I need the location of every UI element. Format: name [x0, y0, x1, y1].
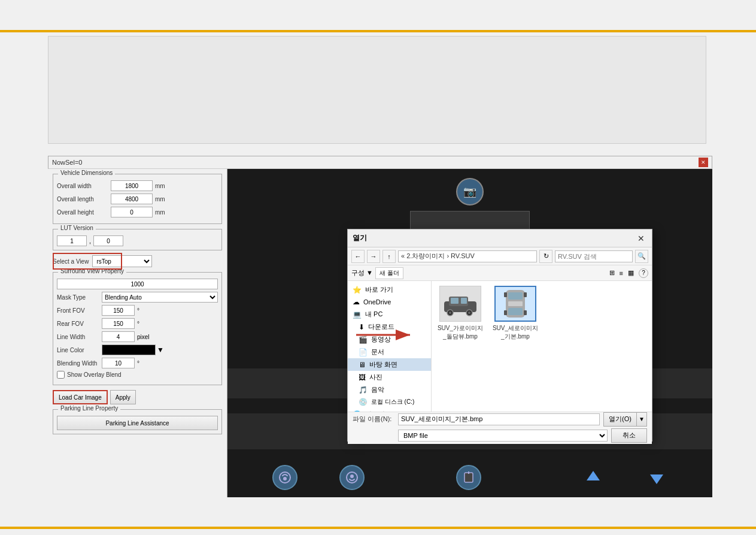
blending-width-input[interactable] [102, 358, 135, 368]
help-icon[interactable]: ? [639, 268, 648, 278]
dialog-body: ⭐바로 가기 ☁OneDrive 💻내 PC ⬇다운로드 🎬동영상 [348, 281, 652, 412]
dialog-title: 열기 [353, 233, 367, 243]
sidebar-favorites[interactable]: ⭐바로 가기 [348, 283, 431, 296]
sidebar-network[interactable]: 🌐네트워크 [348, 408, 431, 412]
file-label-suv-side: SUV_가로이미지_돌담뷰.bmp [436, 324, 484, 341]
sidebar-music[interactable]: 🎵음악 [348, 383, 431, 396]
show-overlay-label: Show Overlay Blend [67, 371, 122, 378]
line-width-label: Line Width [57, 334, 102, 340]
mask-type-select[interactable]: Blending Auto Manual [102, 292, 218, 303]
file-thumb-suv-side [439, 286, 481, 322]
dialog-close-button[interactable]: ✕ [635, 232, 647, 244]
sidebar-local-disk[interactable]: 💿로컬 디스크 (C:) [348, 396, 431, 408]
front-fov-input[interactable] [102, 305, 135, 316]
cancel-button[interactable]: 취소 [611, 428, 647, 443]
open-main-button[interactable]: 열기(O) [603, 412, 636, 427]
select-view-dropdown[interactable]: rsTop rsFront rsRear [92, 255, 152, 267]
arrow-down-button[interactable] [646, 467, 667, 488]
front-fov-unit: ° [137, 307, 139, 314]
surround-view-group: Surround View Property Mask Type Blendin… [53, 272, 222, 385]
parking-line-assistance-button[interactable]: Parking Line Assistance [57, 416, 218, 430]
color-dropdown-arrow[interactable]: ▼ [157, 346, 164, 354]
filename-input[interactable] [398, 413, 600, 425]
view-icons[interactable]: ⊞ [609, 269, 615, 277]
overall-length-input[interactable] [111, 194, 153, 204]
sidebar-desktop[interactable]: 🖥바탕 화면 [348, 358, 431, 371]
nav-back-button[interactable]: ← [351, 250, 365, 263]
new-folder-button[interactable]: 새 폴더 [375, 267, 403, 279]
file-thumb-suv-top [494, 286, 536, 322]
svg-rect-24 [504, 310, 507, 315]
right-viewport: 📷 manualshlve.com [227, 169, 712, 497]
search-input[interactable] [555, 250, 633, 262]
overall-width-row: Overall width mm [57, 180, 218, 191]
close-button[interactable]: ✕ [699, 158, 708, 167]
image-buttons-row: Load Car Image Apply [53, 390, 222, 404]
sidebar-mypc[interactable]: 💻내 PC [348, 308, 431, 321]
load-car-image-button[interactable]: Load Car Image [53, 390, 108, 404]
surround-top-value-input[interactable] [57, 279, 218, 289]
dialog-toolbar: 구성 ▼ 새 폴더 ⊞ ≡ ▦ ? [348, 265, 652, 281]
left-panel: Vehicle Dimensions Overall width mm Over… [48, 169, 227, 497]
arrow-up-button[interactable] [582, 467, 604, 488]
lut-value1-input[interactable] [57, 235, 87, 246]
svg-rect-23 [524, 292, 527, 297]
svg-point-5 [350, 474, 354, 478]
svg-text:📷: 📷 [463, 185, 477, 198]
toolbar-organize: 구성 ▼ [351, 268, 373, 277]
sidebar-onedrive[interactable]: ☁OneDrive [348, 296, 431, 308]
camera-circle-icon: 📷 [456, 177, 484, 207]
overall-height-input[interactable] [111, 207, 153, 217]
front-fov-row: Front FOV ° [57, 305, 218, 316]
line-color-row: Line Color ▼ [57, 344, 218, 355]
lut-version-title: LUT Version [58, 225, 96, 231]
file-item-suv-top[interactable]: SUV_세로이미지_기본.bmp [491, 286, 539, 341]
lut-version-group: LUT Version , [53, 229, 222, 250]
top-decoration-line [0, 30, 756, 32]
svg-rect-22 [504, 292, 507, 297]
rear-fov-input[interactable] [102, 318, 135, 329]
dialog-bottom: 파일 이름(N): 열기(O) ▼ BMP file All Files (*.… [348, 412, 652, 444]
overall-width-input[interactable] [111, 180, 153, 191]
apply-button[interactable]: Apply [110, 390, 136, 404]
overall-length-unit: mm [155, 196, 165, 202]
lut-value2-input[interactable] [93, 235, 123, 246]
nav-refresh-button[interactable]: ↻ [539, 250, 552, 263]
vehicle-dimensions-group: Vehicle Dimensions Overall width mm Over… [53, 174, 222, 224]
dialog-nav-bar: ← → ↑ ↻ 🔍 [348, 247, 652, 265]
parking-line-group: Parking Line Property Parking Line Assis… [53, 409, 222, 434]
open-button-group: 열기(O) ▼ [603, 412, 647, 427]
rotate-camera-button[interactable] [272, 465, 297, 490]
line-color-swatch[interactable] [102, 344, 156, 355]
search-button[interactable]: 🔍 [635, 250, 648, 263]
top-view-button[interactable] [456, 465, 481, 490]
nav-up-button[interactable]: ↑ [382, 250, 396, 263]
svg-rect-25 [524, 310, 527, 315]
overall-width-label: Overall width [57, 183, 111, 189]
open-arrow-button[interactable]: ▼ [636, 412, 647, 427]
show-overlay-checkbox[interactable] [57, 371, 65, 379]
front-fov-label: Front FOV [57, 307, 102, 314]
rotate-camera2-button[interactable] [339, 465, 365, 490]
dialog-sidebar: ⭐바로 가기 ☁OneDrive 💻내 PC ⬇다운로드 🎬동영상 [348, 281, 432, 412]
view-list[interactable]: ≡ [620, 270, 623, 277]
preview-area [48, 36, 706, 144]
svg-rect-13 [461, 298, 467, 304]
nav-forward-button[interactable]: → [367, 250, 380, 263]
path-input[interactable] [398, 250, 537, 262]
svg-rect-12 [451, 298, 459, 304]
file-item-suv-side[interactable]: SUV_가로이미지_돌담뷰.bmp [436, 286, 484, 341]
overall-width-unit: mm [155, 183, 165, 189]
view-details[interactable]: ▦ [628, 269, 634, 277]
svg-point-3 [283, 477, 287, 480]
parking-line-title: Parking Line Property [58, 405, 120, 412]
blending-width-unit: ° [137, 360, 139, 367]
red-arrow-indicator [356, 329, 416, 342]
overall-length-label: Overall length [57, 196, 111, 202]
svg-rect-6 [464, 473, 473, 482]
line-width-input[interactable] [102, 331, 135, 342]
filetype-select[interactable]: BMP file All Files (*.*) [398, 430, 608, 442]
lut-separator: , [89, 237, 91, 244]
sidebar-pictures[interactable]: 🖼사진 [348, 371, 431, 383]
sidebar-documents[interactable]: 📄문서 [348, 346, 431, 358]
